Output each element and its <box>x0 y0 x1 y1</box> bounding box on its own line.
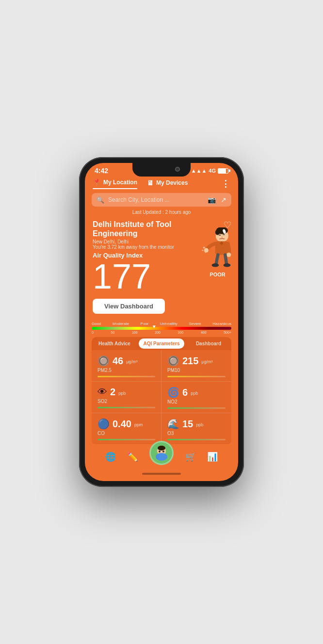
param-no2: 🌀 6 ppb NO2 <box>162 382 231 413</box>
o3-value: 15 <box>182 419 193 430</box>
o3-icon: 🌊 <box>167 418 179 430</box>
svg-point-9 <box>224 263 231 267</box>
pm25-icon: 🔘 <box>97 355 110 367</box>
svg-point-17 <box>162 451 164 452</box>
bottom-nav: 🌐 ✏️ 🛒 📊 <box>92 444 231 471</box>
last-updated: Last Updated : 2 hours ago <box>85 209 238 215</box>
category-tabs: Health Advice AQI Parameters Dashboard <box>92 337 231 350</box>
scale-poor: Poor <box>140 322 148 326</box>
scale-num-500: 500+ <box>224 331 231 334</box>
nav-chart-button[interactable]: 📊 <box>207 451 218 462</box>
nav-tabs: 📍 My Location 🖥 My Devices ⋮ <box>85 177 238 193</box>
pen-icon: ✏️ <box>127 451 138 462</box>
view-dashboard-button[interactable]: View Dashboard <box>93 299 165 314</box>
phone-screen: 4:42 ▲▲▲ 4G 📍 My Location 🖥 My Devices ⋮ <box>85 163 238 481</box>
scale-num-100: 100 <box>132 331 138 334</box>
scale-num-50: 50 <box>111 331 115 334</box>
svg-point-18 <box>156 453 167 461</box>
param-pm25-row: 🔘 46 μg/m³ <box>97 355 155 367</box>
scale-num-0: 0 <box>92 331 94 334</box>
my-location-tab[interactable]: 📍 My Location <box>93 178 137 189</box>
home-indicator <box>142 473 181 475</box>
pm10-name: PM10 <box>167 368 226 373</box>
phone-frame: 4:42 ▲▲▲ 4G 📍 My Location 🖥 My Devices ⋮ <box>79 157 244 487</box>
so2-unit: ppb <box>118 391 126 396</box>
scale-hazardous: Hazardous <box>212 322 231 326</box>
so2-icon: 👁 <box>97 386 107 398</box>
mascot-area: POOR <box>202 227 233 277</box>
param-no2-row: 🌀 6 ppb <box>167 386 226 398</box>
aqi-parameters-tab[interactable]: AQI Parameters <box>139 338 184 349</box>
scale-num-200: 200 <box>155 331 161 334</box>
signal-bars: ▲▲▲ <box>191 168 207 174</box>
search-action-icons: 📷 ↗ <box>208 196 226 204</box>
pm25-value: 46 <box>113 355 123 367</box>
param-co-row: 🔵 0.40 ppm <box>97 418 155 430</box>
o3-bar <box>167 439 226 440</box>
location-section: Delhi Institute of Tool Engineering New … <box>85 218 238 318</box>
param-co: 🔵 0.40 ppm CO <box>92 413 162 444</box>
no2-value: 6 <box>182 387 188 398</box>
svg-point-7 <box>226 253 231 257</box>
pm10-bar <box>167 376 226 377</box>
scale-moderate: Moderate <box>113 322 129 326</box>
aqi-value: 177 <box>93 259 165 294</box>
param-pm10-row: 🔘 215 μg/m³ <box>167 355 226 367</box>
param-o3: 🌊 15 ppb O3 <box>162 413 231 444</box>
status-icons: ▲▲▲ 4G <box>191 168 228 174</box>
param-so2: 👁 2 ppb SO2 <box>92 382 162 413</box>
battery-icon <box>218 168 228 174</box>
so2-name: SO2 <box>97 399 155 404</box>
o3-name: O3 <box>167 431 226 436</box>
so2-value: 2 <box>110 386 115 398</box>
search-bar: 🔍 📷 ↗ <box>92 193 231 207</box>
param-o3-row: 🌊 15 ppb <box>167 418 226 430</box>
network-type: 4G <box>209 168 216 174</box>
nav-globe-button[interactable]: 🌐 <box>105 451 116 462</box>
o3-unit: ppb <box>196 422 203 427</box>
my-devices-tab[interactable]: 🖥 My Devices <box>147 179 188 189</box>
co-value: 0.40 <box>113 419 131 430</box>
aqi-status-label: POOR <box>202 272 233 277</box>
scale-num-300: 300 <box>178 331 184 334</box>
svg-point-16 <box>159 451 161 452</box>
params-grid: 🔘 46 μg/m³ PM2.5 🔘 215 μg/m³ PM10 <box>92 350 231 444</box>
nav-pen-button[interactable]: ✏️ <box>127 451 138 462</box>
my-devices-label: My Devices <box>156 179 188 186</box>
param-pm10: 🔘 215 μg/m³ PM10 <box>162 350 231 382</box>
chart-icon: 📊 <box>207 451 218 462</box>
no2-name: NO2 <box>167 399 226 404</box>
more-menu-button[interactable]: ⋮ <box>221 178 230 189</box>
co-name: CO <box>97 431 155 436</box>
co-unit: ppm <box>134 422 143 427</box>
battery-fill <box>218 169 226 173</box>
globe-icon: 🌐 <box>105 451 116 462</box>
my-location-label: My Location <box>103 179 137 186</box>
location-icon: 📍 <box>93 178 101 186</box>
scale-labels: Good Moderate Poor Unhealthy Severe Haza… <box>92 322 231 326</box>
co-icon: 🔵 <box>97 418 110 430</box>
scale-severe: Severe <box>189 322 201 326</box>
scale-good: Good <box>92 322 101 326</box>
notch-camera <box>175 167 180 172</box>
pm10-value: 215 <box>182 355 198 367</box>
share-icon[interactable]: ↗ <box>221 196 226 204</box>
nav-profile-button[interactable] <box>149 441 174 465</box>
pm25-bar <box>97 376 155 377</box>
param-pm25: 🔘 46 μg/m³ PM2.5 <box>92 350 162 382</box>
co-bar <box>97 439 155 440</box>
profile-avatar <box>153 444 170 462</box>
pm10-icon: 🔘 <box>167 355 179 367</box>
notch <box>132 163 191 177</box>
svg-point-10 <box>203 247 205 249</box>
dashboard-tab[interactable]: Dashboard <box>186 337 231 350</box>
svg-point-11 <box>202 250 203 251</box>
pm25-unit: μg/m³ <box>126 359 137 364</box>
nav-cart-button[interactable]: 🛒 <box>185 451 196 462</box>
health-advice-tab[interactable]: Health Advice <box>92 337 137 350</box>
location-name: Delhi Institute of Tool Engineering <box>93 220 190 238</box>
svg-point-6 <box>204 248 209 253</box>
camera-icon[interactable]: 📷 <box>208 196 216 204</box>
search-input[interactable] <box>108 196 204 203</box>
so2-bar <box>97 407 155 408</box>
